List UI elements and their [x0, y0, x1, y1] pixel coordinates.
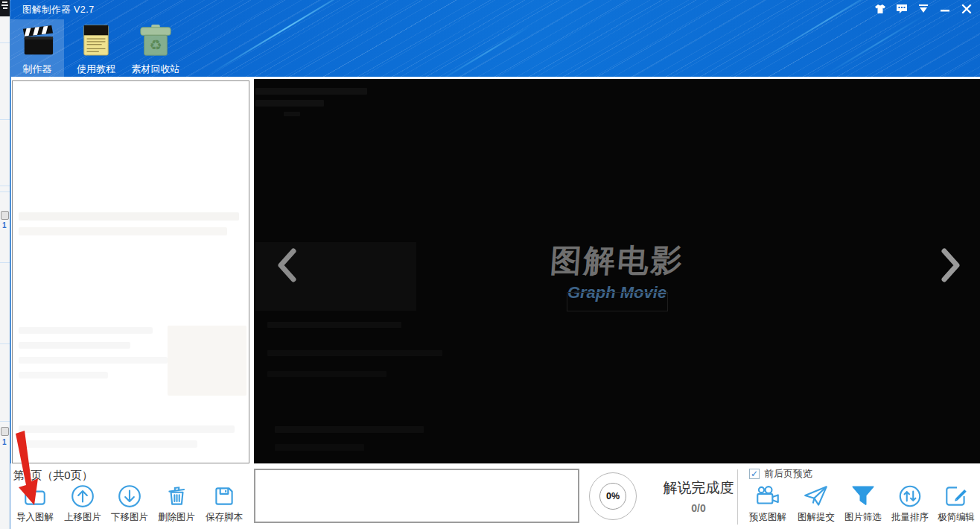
close-icon[interactable]	[959, 2, 974, 16]
delete-image-button[interactable]: 删除图片	[153, 483, 200, 524]
prev-chevron-icon[interactable]	[276, 248, 298, 282]
folder-icon	[22, 483, 48, 510]
preview-graph-label: 预览图解	[749, 511, 786, 524]
submit-graph-label: 图解提交	[798, 511, 835, 524]
desktop-badge: 1	[2, 439, 7, 446]
save-script-label: 保存脚本	[206, 511, 243, 524]
move-up-label: 上移图片	[64, 511, 101, 524]
preview-graph-button[interactable]: 预览图解	[744, 483, 792, 524]
completion-count: 0/0	[645, 502, 752, 514]
edit-pencil-icon	[943, 483, 970, 510]
filter-images-button[interactable]: 图片筛选	[839, 483, 887, 524]
filter-images-label: 图片筛选	[844, 511, 882, 524]
import-graph-button[interactable]: 导入图解	[11, 483, 59, 524]
simple-edit-button[interactable]: 极简编辑	[932, 483, 980, 524]
svg-text:♻: ♻	[149, 37, 162, 53]
tab-tutorial-label: 使用教程	[77, 63, 115, 76]
preview-toggle-label: 前后页预览	[764, 467, 812, 481]
desktop-edge-strip: 1 1	[0, 0, 10, 529]
tab-maker-label: 制作器	[23, 63, 52, 76]
simple-edit-label: 极简编辑	[938, 511, 975, 524]
save-floppy-icon	[211, 483, 237, 510]
arrow-up-circle-icon	[70, 483, 95, 510]
tab-maker[interactable]: 制作器	[10, 19, 64, 77]
bottom-divider	[737, 469, 738, 525]
tab-recycle-bin-label: 素材回收站	[132, 63, 180, 76]
adjacent-page-preview-toggle[interactable]: ✓ 前后页预览	[749, 467, 812, 481]
completion-title: 解说完成度	[645, 478, 752, 498]
funnel-icon	[850, 483, 876, 510]
window-left-border	[10, 0, 11, 529]
app-header: 图解制作器 V2.7	[10, 0, 980, 77]
app-title: 图解制作器 V2.7	[22, 4, 95, 16]
bottom-bar: 第0页（共0页） 导入图解 上移图片 下移图片 删除图片 保存脚本 0%	[10, 463, 980, 529]
checkbox-checked-icon[interactable]: ✓	[749, 469, 760, 479]
clapperboard-icon	[20, 22, 54, 58]
menu-triangle-icon[interactable]	[916, 2, 931, 16]
move-down-button[interactable]: 下移图片	[106, 483, 153, 524]
batch-sort-label: 批量排序	[891, 511, 929, 524]
desktop-icon-fragment	[0, 0, 10, 16]
narration-input[interactable]	[254, 469, 579, 523]
preview-canvas[interactable]: 图解电影 Graph Movie	[254, 79, 980, 463]
page-list-panel[interactable]	[12, 80, 249, 463]
feedback-icon[interactable]	[894, 2, 909, 16]
trash-icon	[164, 483, 189, 510]
page-indicator: 第0页（共0页）	[13, 469, 93, 483]
paper-plane-icon	[803, 483, 830, 510]
batch-sort-button[interactable]: 批量排序	[886, 483, 934, 524]
tab-tutorial[interactable]: 使用教程	[68, 19, 124, 77]
progress-ring-inner: 0%	[599, 483, 626, 510]
import-graph-label: 导入图解	[16, 511, 54, 524]
desktop-file-icon	[1, 211, 9, 220]
progress-percent: 0%	[606, 491, 620, 501]
minimize-icon[interactable]	[938, 2, 952, 16]
titlebar: 图解制作器 V2.7	[10, 0, 980, 19]
tutorial-note-icon	[80, 22, 112, 58]
move-up-button[interactable]: 上移图片	[59, 483, 106, 524]
sort-arrows-icon	[897, 483, 923, 510]
desktop-badge: 1	[2, 222, 7, 229]
desktop-file-icon	[1, 427, 9, 436]
save-script-button[interactable]: 保存脚本	[200, 483, 248, 524]
submit-graph-button[interactable]: 图解提交	[792, 483, 840, 524]
move-down-label: 下移图片	[111, 511, 148, 524]
tab-recycle-bin[interactable]: ♻ 素材回收站	[124, 19, 187, 77]
watermark-frame	[567, 292, 668, 311]
arrow-down-circle-icon	[117, 483, 142, 510]
next-chevron-icon[interactable]	[940, 248, 962, 282]
delete-image-label: 删除图片	[158, 511, 195, 524]
movie-camera-icon	[754, 483, 781, 510]
recycle-bin-icon: ♻	[138, 22, 174, 58]
watermark-cn: 图解电影	[549, 240, 686, 282]
progress-ring: 0%	[589, 472, 637, 520]
skin-icon[interactable]	[873, 2, 888, 16]
